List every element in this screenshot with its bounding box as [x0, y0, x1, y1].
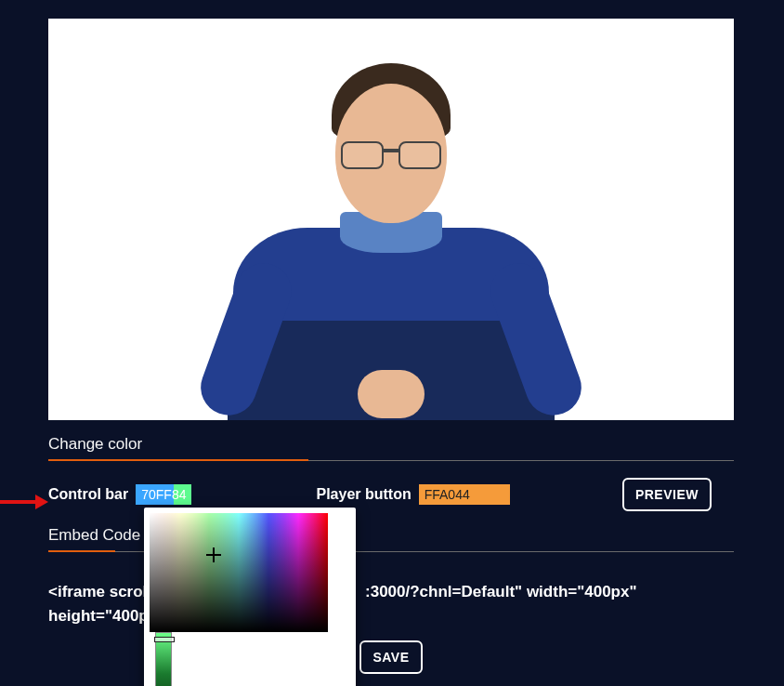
control-bar-label: Control bar	[48, 486, 128, 503]
color-picker-hue-slider[interactable]	[155, 632, 172, 686]
svg-marker-1	[35, 495, 48, 509]
control-bar-color-input[interactable]: 70FF84	[136, 484, 191, 505]
underline-accent-embed	[48, 550, 115, 552]
player-button-label: Player button	[316, 486, 411, 503]
color-controls-row: Control bar 70FF84 Player button FFA044 …	[48, 478, 734, 511]
save-button[interactable]: SAVE	[359, 640, 422, 674]
underline-accent	[48, 459, 308, 461]
section-title-change-color: Change color	[48, 435, 734, 454]
color-picker-hue-thumb[interactable]	[154, 637, 175, 642]
underline-grey	[308, 460, 734, 461]
section-underline	[48, 459, 734, 461]
video-preview	[48, 19, 734, 420]
embed-code-left: <iframe scroll	[48, 583, 151, 600]
color-picker-cursor[interactable]	[206, 547, 221, 562]
preview-button[interactable]: PREVIEW	[622, 478, 712, 511]
color-picker-popover[interactable]	[144, 508, 356, 686]
color-picker-sv-area[interactable]	[150, 513, 328, 632]
player-button-color-input[interactable]: FFA044	[419, 484, 510, 505]
annotation-arrow-icon	[0, 493, 48, 511]
